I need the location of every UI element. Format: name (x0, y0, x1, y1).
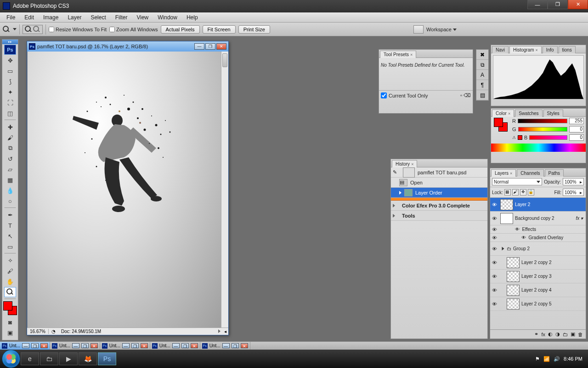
tool-crop[interactable]: ⛶ (4, 98, 16, 108)
visibility-icon[interactable]: 👁 (490, 216, 498, 221)
menu-window[interactable]: Window (153, 13, 182, 22)
task-photoshop[interactable]: Ps (98, 352, 116, 365)
window-close[interactable]: ✕ (568, 0, 588, 9)
tool-wand[interactable]: ✦ (4, 87, 16, 97)
color-swatch[interactable] (3, 301, 17, 315)
doc-minimize[interactable]: — (194, 43, 204, 50)
lock-move-icon[interactable]: ✥ (520, 189, 526, 196)
trash-icon[interactable]: 🗑 (578, 332, 583, 337)
tool-slice[interactable]: ◫ (4, 108, 16, 118)
window-maximize[interactable]: ❐ (548, 0, 568, 9)
lock-trans-icon[interactable]: ▦ (504, 189, 511, 196)
tool-stamp[interactable]: ⧉ (4, 143, 16, 153)
doc-tab[interactable]: PsUnt...—❐✕ (0, 342, 50, 350)
lock-paint-icon[interactable]: 🖌 (512, 189, 519, 196)
menu-edit[interactable]: Edit (20, 13, 39, 22)
tool-history-brush[interactable]: ↺ (4, 154, 16, 164)
tool-pen[interactable]: ✒ (4, 210, 16, 220)
tool-brush[interactable]: 🖌 (4, 132, 16, 143)
layer-row[interactable]: 👁👁 Effects (490, 225, 586, 234)
visibility-icon[interactable]: 👁 (490, 301, 498, 307)
b-value[interactable]: 0 (569, 134, 584, 141)
layer-row[interactable]: 👁🗀Group 2 (490, 242, 586, 256)
tool-ps[interactable]: Ps (4, 45, 16, 55)
tab-layers[interactable]: Layers× (491, 169, 516, 177)
tool-eyedrop[interactable]: 🖋 (4, 266, 16, 276)
menu-layer[interactable]: Layer (63, 13, 86, 22)
tool-move[interactable]: ✥ (4, 55, 16, 65)
tool-notes[interactable]: ✧ (4, 255, 16, 265)
visibility-icon[interactable]: 👁 (490, 274, 498, 279)
document-titlebar[interactable]: Ps pamflet TOT baru.psd @ 16.7% (Layer 2… (27, 41, 228, 52)
layer-row[interactable]: 👁Layer 2 copy 2 (490, 256, 586, 270)
visibility-icon[interactable]: 👁 (490, 246, 498, 252)
g-value[interactable]: 0 (569, 126, 584, 132)
menu-filter[interactable]: Filter (111, 13, 132, 22)
new-icon[interactable]: ▣ (571, 331, 575, 337)
start-button[interactable] (2, 350, 20, 368)
dock-layers-icon[interactable]: ▤ (476, 90, 488, 100)
dock-brush-icon[interactable]: ✖ (476, 50, 488, 60)
tab-histogram[interactable]: Histogram× (509, 46, 542, 53)
tool-type[interactable]: T (4, 220, 16, 230)
tray-network-icon[interactable]: 📶 (543, 356, 550, 362)
tab-paths[interactable]: Paths (545, 169, 564, 177)
canvas[interactable] (27, 52, 228, 335)
visibility-icon[interactable]: 👁 (490, 202, 498, 207)
tool-hand[interactable]: ✋ (4, 276, 16, 287)
task-mediaplayer[interactable]: ▶ (59, 352, 78, 365)
tab-styles[interactable]: Styles (543, 109, 563, 117)
tool-eraser[interactable]: ▱ (4, 164, 16, 174)
resize-checkbox[interactable]: Resize Windows To Fit (49, 27, 107, 32)
tool-screenmode[interactable]: ▣ (4, 328, 16, 338)
history-layerorder[interactable]: Layer Order (391, 188, 487, 198)
tray-sound-icon[interactable]: 🔊 (554, 356, 560, 362)
dock-char-icon[interactable]: A (476, 70, 488, 80)
actual-pixels-button[interactable]: Actual Pixels (161, 25, 200, 34)
tool-path[interactable]: ↖ (4, 231, 16, 241)
doc-maximize[interactable]: ❐ (205, 43, 215, 50)
tool-blur[interactable]: 💧 (4, 185, 16, 196)
workspace-menu[interactable]: Workspace (426, 27, 457, 32)
layer-row[interactable]: 👁Layer 2 (490, 198, 586, 212)
fx-icon[interactable]: fx (541, 332, 545, 337)
fill-value[interactable]: 100%▸ (563, 189, 584, 196)
zoom-mode[interactable] (23, 25, 43, 34)
ext-colorefex[interactable]: Color Efex Pro 3.0 Complete (391, 201, 487, 211)
current-tool-only-check[interactable] (381, 92, 387, 98)
visibility-icon[interactable]: 👁 (490, 235, 498, 241)
tool-lasso[interactable]: ⟆ (4, 76, 16, 86)
g-slider[interactable] (518, 127, 567, 132)
tool-zoom[interactable] (4, 287, 16, 297)
tab-color[interactable]: Color× (492, 109, 514, 117)
history-file[interactable]: ✎pamflet TOT baru.psd (391, 167, 487, 178)
menu-file[interactable]: File (2, 13, 20, 22)
task-ie[interactable]: e (21, 352, 39, 365)
doc-tab[interactable]: PsUnt...—❐✕ (50, 342, 100, 350)
tool-dodge[interactable]: ○ (4, 196, 16, 206)
lock-all-icon[interactable]: 🔒 (528, 189, 534, 196)
tray-flag-icon[interactable]: ⚑ (535, 356, 540, 362)
visibility-icon[interactable]: 👁 (490, 260, 498, 265)
b-slider[interactable] (529, 135, 567, 140)
task-explorer[interactable]: 🗀 (40, 352, 58, 365)
mask-icon[interactable]: ◐ (548, 331, 553, 337)
layer-row[interactable]: 👁👁 Gradient Overlay (490, 234, 586, 242)
opacity-value[interactable]: 100%▸ (563, 178, 584, 185)
folder-icon[interactable]: 🗀 (563, 332, 568, 337)
blend-mode[interactable]: Normal (492, 178, 542, 185)
layer-row[interactable]: 👁Layer 2 copy 5 (490, 297, 586, 311)
fit-screen-button[interactable]: Fit Screen (203, 25, 236, 34)
dock-clone-icon[interactable]: ⧉ (476, 60, 488, 70)
adjust-icon[interactable]: ◑ (555, 331, 560, 337)
window-minimize[interactable]: — (527, 0, 548, 9)
menu-image[interactable]: Image (39, 13, 63, 22)
vscrollbar[interactable] (221, 52, 228, 328)
r-value[interactable]: 255 (569, 118, 584, 124)
menu-select[interactable]: Select (86, 13, 110, 22)
layer-row[interactable]: 👁Background copy 2fx ▾ (490, 212, 586, 225)
tab-channels[interactable]: Channels (517, 169, 543, 177)
tool-heal[interactable]: ✚ (4, 122, 16, 132)
doc-tab[interactable]: PsUnt...—❐✕ (100, 342, 150, 350)
visibility-icon[interactable]: 👁 (490, 227, 498, 232)
